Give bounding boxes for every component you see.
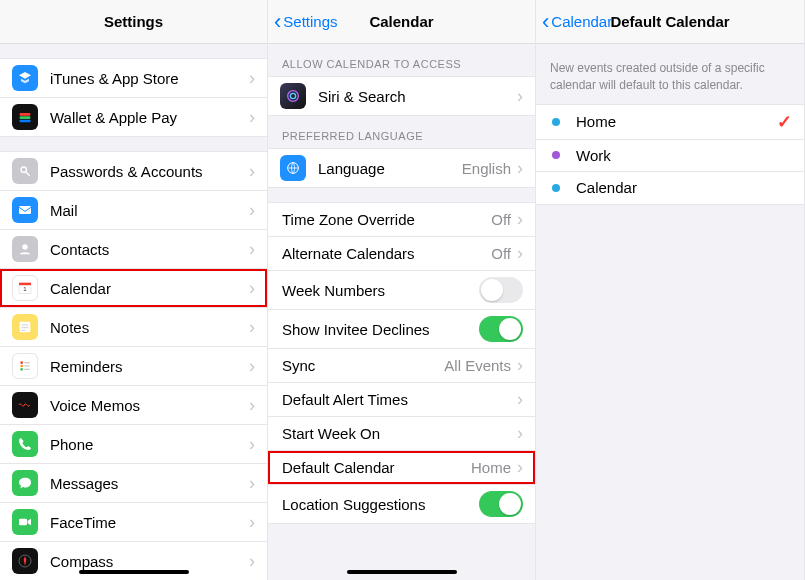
- option-label: Work: [576, 147, 792, 164]
- home-indicator[interactable]: [79, 570, 189, 574]
- settings-row[interactable]: Messages›: [0, 464, 267, 503]
- calendar-icon: 1: [12, 275, 38, 301]
- row-label: Default Calendar: [282, 459, 471, 476]
- svg-point-3: [21, 167, 26, 172]
- calendar-setting-row[interactable]: Start Week On›: [268, 417, 535, 451]
- chevron-right-icon: ›: [249, 68, 255, 89]
- svg-point-13: [20, 361, 23, 364]
- phone-icon: [12, 431, 38, 457]
- section-preferred-language: PREFERRED LANGUAGE: [268, 116, 535, 148]
- svg-rect-2: [20, 120, 31, 123]
- calendar-setting-row[interactable]: Week Numbers: [268, 271, 535, 310]
- settings-row[interactable]: Wallet & Apple Pay›: [0, 98, 267, 136]
- settings-row[interactable]: iTunes & App Store›: [0, 59, 267, 98]
- row-label: Phone: [50, 436, 249, 453]
- toggle-switch[interactable]: [479, 491, 523, 517]
- calendar-option-row[interactable]: Home✓: [536, 105, 804, 140]
- row-label: Start Week On: [282, 425, 517, 442]
- toggle-switch[interactable]: [479, 316, 523, 342]
- calendar-option-row[interactable]: Calendar: [536, 172, 804, 204]
- row-value: Off: [491, 245, 511, 262]
- toggle-switch[interactable]: [479, 277, 523, 303]
- row-label: iTunes & App Store: [50, 70, 249, 87]
- row-label: Location Suggestions: [282, 496, 479, 513]
- voice-memos-icon: [12, 392, 38, 418]
- settings-list[interactable]: iTunes & App Store›Wallet & Apple Pay› P…: [0, 44, 267, 580]
- calendar-list[interactable]: ALLOW CALENDAR TO ACCESS Siri & Search ›…: [268, 44, 535, 580]
- settings-row[interactable]: Passwords & Accounts›: [0, 152, 267, 191]
- contacts-icon: [12, 236, 38, 262]
- back-button[interactable]: ‹ Calendar: [542, 11, 612, 33]
- back-button[interactable]: ‹ Settings: [274, 11, 338, 33]
- row-label: Week Numbers: [282, 282, 479, 299]
- chevron-right-icon: ›: [517, 423, 523, 444]
- settings-row[interactable]: Contacts›: [0, 230, 267, 269]
- settings-row[interactable]: Mail›: [0, 191, 267, 230]
- row-value: Off: [491, 211, 511, 228]
- chevron-right-icon: ›: [249, 107, 255, 128]
- row-label: Wallet & Apple Pay: [50, 109, 249, 126]
- settings-row[interactable]: Reminders›: [0, 347, 267, 386]
- row-label: FaceTime: [50, 514, 249, 531]
- row-label: Default Alert Times: [282, 391, 517, 408]
- row-value: English: [462, 160, 511, 177]
- chevron-right-icon: ›: [249, 161, 255, 182]
- passwords-accounts-icon: [12, 158, 38, 184]
- row-label: Contacts: [50, 241, 249, 258]
- calendar-setting-row[interactable]: SyncAll Events›: [268, 349, 535, 383]
- chevron-right-icon: ›: [517, 457, 523, 478]
- chevron-right-icon: ›: [249, 551, 255, 572]
- svg-point-27: [288, 91, 299, 102]
- calendar-setting-row[interactable]: Default Alert Times›: [268, 383, 535, 417]
- chevron-right-icon: ›: [249, 473, 255, 494]
- reminders-icon: [12, 353, 38, 379]
- settings-row[interactable]: Phone›: [0, 425, 267, 464]
- svg-rect-0: [20, 113, 31, 116]
- svg-point-15: [20, 368, 23, 371]
- chevron-right-icon: ›: [517, 209, 523, 230]
- settings-row[interactable]: Voice Memos›: [0, 386, 267, 425]
- calendar-setting-row[interactable]: Default CalendarHome›: [268, 451, 535, 485]
- itunes-app-store-icon: [12, 65, 38, 91]
- calendar-setting-row[interactable]: Show Invitee Declines: [268, 310, 535, 349]
- settings-row[interactable]: Notes›: [0, 308, 267, 347]
- row-label: Language: [318, 160, 462, 177]
- calendar-setting-row[interactable]: Alternate CalendarsOff›: [268, 237, 535, 271]
- compass-icon: [12, 548, 38, 574]
- svg-point-5: [22, 244, 27, 249]
- settings-row[interactable]: 1Calendar›: [0, 269, 267, 308]
- calendar-color-dot: [552, 151, 560, 159]
- navbar: ‹ Settings Calendar: [268, 0, 535, 44]
- row-label: Sync: [282, 357, 444, 374]
- chevron-right-icon: ›: [249, 278, 255, 299]
- calendar-color-dot: [552, 118, 560, 126]
- svg-rect-19: [19, 519, 27, 526]
- default-calendar-screen: ‹ Calendar Default Calendar New events c…: [536, 0, 805, 580]
- chevron-right-icon: ›: [249, 395, 255, 416]
- mail-icon: [12, 197, 38, 223]
- siri-search-row[interactable]: Siri & Search ›: [268, 77, 535, 115]
- back-label: Calendar: [551, 13, 612, 30]
- default-calendar-list[interactable]: New events created outside of a specific…: [536, 44, 804, 580]
- calendar-setting-row[interactable]: Time Zone OverrideOff›: [268, 203, 535, 237]
- row-label: Calendar: [50, 280, 249, 297]
- page-title: Default Calendar: [610, 13, 729, 30]
- siri-icon: [280, 83, 306, 109]
- chevron-right-icon: ›: [517, 355, 523, 376]
- svg-rect-1: [20, 116, 31, 119]
- home-indicator[interactable]: [347, 570, 457, 574]
- chevron-right-icon: ›: [249, 200, 255, 221]
- svg-rect-6: [19, 283, 31, 286]
- page-title: Settings: [104, 13, 163, 30]
- language-row[interactable]: Language English ›: [268, 149, 535, 187]
- calendar-setting-row[interactable]: Location Suggestions: [268, 485, 535, 523]
- chevron-left-icon: ‹: [542, 11, 549, 33]
- settings-row[interactable]: Compass›: [0, 542, 267, 580]
- navbar: Settings: [0, 0, 267, 44]
- settings-row[interactable]: FaceTime›: [0, 503, 267, 542]
- row-label: Compass: [50, 553, 249, 570]
- calendar-option-row[interactable]: Work: [536, 140, 804, 172]
- svg-point-14: [20, 365, 23, 368]
- chevron-right-icon: ›: [249, 356, 255, 377]
- settings-screen: Settings iTunes & App Store›Wallet & App…: [0, 0, 268, 580]
